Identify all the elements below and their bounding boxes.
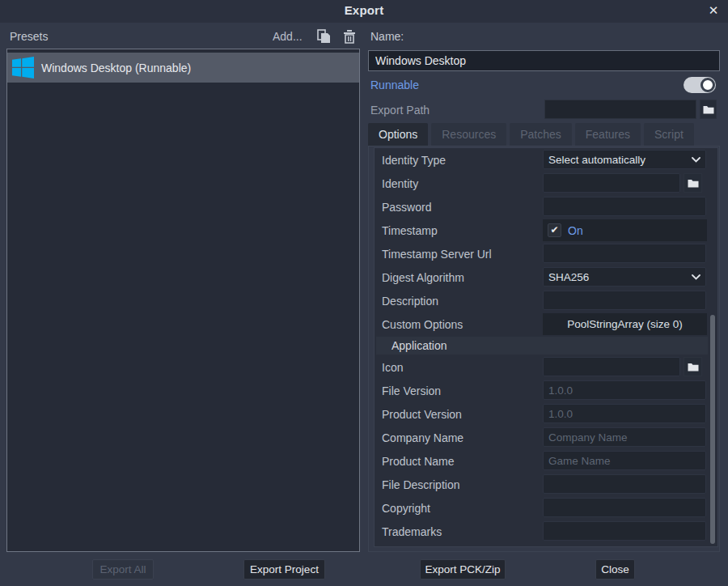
option-label: File Description	[382, 478, 459, 491]
export-path-label: Export Path	[370, 104, 430, 117]
option-row-identity: Identity	[375, 172, 717, 195]
option-label: Trademarks	[382, 525, 442, 538]
export-path-browse-button[interactable]	[700, 100, 717, 119]
dialog-title: Export	[0, 3, 728, 17]
duplicate-preset-button[interactable]	[315, 28, 332, 45]
product-name-input[interactable]	[543, 451, 706, 470]
scrollbar-thumb[interactable]	[710, 315, 715, 544]
timestamp-checkbox[interactable]: ✔	[548, 223, 561, 237]
icon-input[interactable]	[543, 357, 680, 376]
folder-icon	[703, 105, 714, 114]
tab-script[interactable]: Script	[644, 123, 694, 146]
export-project-button[interactable]: Export Project	[243, 559, 325, 580]
option-label: Password	[382, 201, 431, 214]
option-row-identity-type: Identity Type Select automatically	[375, 148, 717, 172]
options-scrollbar[interactable]	[709, 150, 716, 545]
timestamp-checkbox-label[interactable]: On	[568, 224, 583, 237]
dropdown-value: SHA256	[548, 271, 688, 283]
option-label: Icon	[382, 361, 403, 374]
duplicate-icon	[317, 29, 331, 44]
presets-heading: Presets	[10, 30, 48, 43]
description-input[interactable]	[543, 291, 706, 310]
option-label: File Version	[382, 384, 441, 397]
company-name-input[interactable]	[543, 427, 706, 447]
preset-item-label: Windows Desktop (Runnable)	[41, 62, 191, 74]
add-preset-button[interactable]: Add...	[273, 30, 303, 43]
preset-name-input[interactable]	[368, 50, 720, 71]
title-bar: Export ✕	[0, 0, 728, 23]
option-row-timestamp: Timestamp ✔ On	[375, 219, 717, 242]
checkmark-icon: ✔	[550, 224, 558, 236]
options-scroll-area: Identity Type Select automatically Ident…	[374, 147, 718, 547]
runnable-label: Runnable	[370, 79, 419, 91]
option-label: Identity	[382, 177, 418, 190]
option-row-icon: Icon	[375, 355, 717, 379]
option-row-custom-options: Custom Options PoolStringArray (size 0)	[375, 312, 717, 336]
tab-patches[interactable]: Patches	[510, 123, 572, 146]
delete-preset-button[interactable]	[341, 28, 358, 45]
folder-icon	[688, 363, 699, 372]
runnable-toggle[interactable]	[684, 77, 716, 93]
options-rows: Identity Type Select automatically Ident…	[375, 148, 717, 543]
option-label: Product Name	[382, 455, 454, 468]
option-label: Timestamp Server Url	[382, 248, 492, 261]
identity-browse-button[interactable]	[684, 173, 702, 193]
option-row-product-version: Product Version	[375, 402, 717, 426]
export-pck-zip-button[interactable]: Export PCK/Zip	[420, 559, 506, 580]
option-row-product-name: Product Name	[375, 449, 717, 473]
option-label: Description	[382, 295, 438, 308]
option-row-trademarks: Trademarks	[375, 520, 717, 543]
option-row-password: Password	[375, 195, 717, 219]
option-section-application: Application	[375, 336, 717, 355]
trash-icon	[343, 29, 356, 44]
timestamp-editor: ✔ On	[543, 219, 707, 241]
application-section-header[interactable]: Application	[376, 337, 708, 355]
object-value: PoolStringArray (size 0)	[567, 318, 683, 330]
export-all-button[interactable]: Export All	[92, 559, 154, 580]
product-version-input[interactable]	[543, 404, 706, 423]
chevron-down-icon	[692, 157, 700, 163]
option-row-file-description: File Description	[375, 473, 717, 496]
timestamp-server-url-input[interactable]	[543, 244, 706, 263]
custom-options-object-button[interactable]: PoolStringArray (size 0)	[543, 313, 707, 335]
windows-logo-icon	[12, 57, 34, 79]
option-label: Copyright	[382, 502, 430, 515]
dropdown-value: Select automatically	[548, 154, 688, 166]
option-row-company-name: Company Name	[375, 426, 717, 449]
preset-item-windows-desktop[interactable]: Windows Desktop (Runnable)	[7, 53, 359, 83]
identity-type-dropdown[interactable]: Select automatically	[543, 150, 706, 169]
export-path-input[interactable]	[544, 100, 696, 119]
close-button[interactable]: Close	[595, 559, 635, 580]
toggle-knob	[700, 78, 715, 92]
option-row-description: Description	[375, 289, 717, 312]
name-label: Name:	[370, 30, 404, 43]
option-row-digest-algorithm: Digest Algorithm SHA256	[375, 265, 717, 289]
chevron-down-icon	[692, 274, 700, 280]
presets-list: Windows Desktop (Runnable)	[6, 49, 360, 552]
tab-options[interactable]: Options	[368, 123, 428, 146]
tab-resources[interactable]: Resources	[431, 123, 506, 146]
export-dialog: Export ✕ Presets Add... Name: Windows De…	[0, 0, 728, 586]
tab-features[interactable]: Features	[575, 123, 641, 146]
option-row-file-version: File Version	[375, 379, 717, 402]
file-description-input[interactable]	[543, 474, 706, 494]
option-row-timestamp-server-url: Timestamp Server Url	[375, 242, 717, 265]
password-input[interactable]	[543, 197, 706, 216]
trademarks-input[interactable]	[543, 521, 706, 541]
icon-browse-button[interactable]	[684, 357, 702, 376]
option-label: Identity Type	[382, 154, 446, 167]
section-label: Application	[392, 339, 447, 352]
file-version-input[interactable]	[543, 380, 706, 400]
option-label: Custom Options	[382, 318, 463, 331]
digest-algorithm-dropdown[interactable]: SHA256	[543, 267, 706, 287]
option-label: Digest Algorithm	[382, 271, 464, 284]
close-icon[interactable]: ✕	[706, 3, 721, 18]
copyright-input[interactable]	[543, 498, 706, 517]
option-row-copyright: Copyright	[375, 496, 717, 520]
option-label: Product Version	[382, 408, 462, 421]
folder-icon	[688, 179, 699, 188]
export-tabs: Options Resources Patches Features Scrip…	[368, 123, 694, 146]
option-label: Timestamp	[382, 224, 438, 237]
identity-input[interactable]	[543, 173, 680, 193]
option-label: Company Name	[382, 431, 463, 444]
